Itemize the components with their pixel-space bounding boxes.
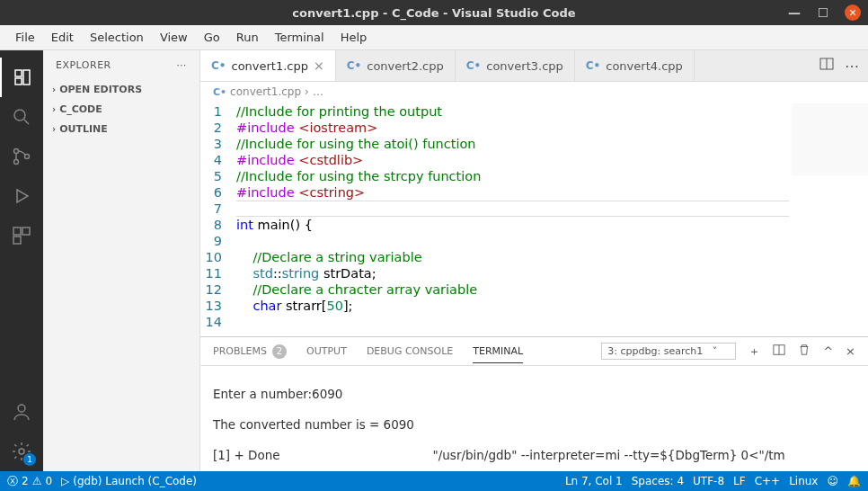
cpp-icon: C• [211,59,226,72]
maximize-button[interactable]: ☐ [816,5,830,20]
line-numbers: 1234567891011121314 [200,102,236,336]
problems-badge: 2 [272,344,287,359]
menu-edit[interactable]: Edit [43,31,82,44]
panel: PROBLEMS2 OUTPUT DEBUG CONSOLE TERMINAL … [200,336,868,471]
extensions-icon[interactable] [0,216,43,255]
cpp-icon: C• [213,86,226,98]
menubar: File Edit Selection View Go Run Terminal… [0,25,868,50]
minimize-button[interactable]: — [787,5,802,20]
menu-selection[interactable]: Selection [82,31,152,44]
svg-point-1 [14,149,19,154]
maximize-panel-icon[interactable]: ^ [823,344,833,358]
sidebar-more-icon[interactable]: ⋯ [177,59,188,71]
panel-actions: 3: cppdbg: search1 ˅ ＋ ^ × [601,343,855,360]
window-controls: — ☐ ✕ [787,4,861,21]
terminal-select[interactable]: 3: cppdbg: search1 ˅ [601,343,736,360]
search-icon[interactable] [0,97,43,137]
code-line[interactable]: //Declare a chracter array variable [236,281,868,298]
close-button[interactable]: ✕ [845,4,861,21]
sidebar-open-editors[interactable]: ›OPEN EDITORS [43,79,199,99]
status-bar: ⓧ2 ⚠0 ▷(gdb) Launch (C_Code) Ln 7, Col 1… [0,471,868,491]
run-debug-icon[interactable] [0,176,43,216]
editor-actions: ⋯ [810,50,868,81]
chevron-right-icon: › [52,124,56,134]
chevron-right-icon: › [305,85,309,98]
panel-tabs: PROBLEMS2 OUTPUT DEBUG CONSOLE TERMINAL … [200,337,868,366]
tab-output[interactable]: OUTPUT [306,345,347,357]
code-line[interactable]: //Include for using the strcpy function [236,168,868,184]
svg-point-3 [25,155,30,159]
sidebar: EXPLORER ⋯ ›OPEN EDITORS ›C_CODE ›OUTLIN… [43,50,200,471]
sidebar-outline[interactable]: ›OUTLINE [43,119,199,138]
editor-group: C• convert1.cpp × C•convert2.cpp C•conve… [200,50,868,471]
tab-convert1[interactable]: C• convert1.cpp × [200,50,336,81]
menu-terminal[interactable]: Terminal [267,31,332,44]
split-editor-icon[interactable] [819,57,834,75]
activity-bar: 1 [0,50,43,471]
menu-help[interactable]: Help [332,31,376,44]
code-line[interactable]: #include <iostream> [236,120,868,136]
status-encoding[interactable]: UTF-8 [693,475,724,487]
more-icon[interactable]: ⋯ [845,58,859,75]
status-eol[interactable]: LF [733,475,746,487]
tab-terminal[interactable]: TERMINAL [473,345,523,363]
tab-convert3[interactable]: C•convert3.cpp [456,50,575,81]
code-line[interactable]: //Include for printing the output [236,103,868,120]
status-spaces[interactable]: Spaces: 4 [632,475,684,487]
status-language[interactable]: C++ [755,475,781,487]
explorer-icon[interactable] [0,58,43,97]
sidebar-title: EXPLORER ⋯ [43,50,199,79]
svg-rect-6 [13,237,21,244]
terminal-output[interactable]: Enter a number:6090 The converted number… [200,366,868,471]
menu-run[interactable]: Run [228,31,267,44]
settings-badge: 1 [23,453,36,466]
menu-view[interactable]: View [152,31,196,44]
cpp-icon: C• [347,59,361,72]
code-line[interactable] [236,314,868,330]
code-line[interactable]: #include <cstring> [236,184,868,201]
svg-point-0 [14,110,25,121]
code-line[interactable]: char strarr[50]; [236,298,868,314]
tab-problems[interactable]: PROBLEMS2 [213,344,287,359]
svg-point-2 [14,160,19,165]
breadcrumb[interactable]: C• convert1.cpp › … [200,82,868,102]
source-control-icon[interactable] [0,137,43,176]
code-line[interactable]: std::string strData; [236,265,868,281]
settings-icon[interactable]: 1 [0,432,43,471]
menu-file[interactable]: File [7,31,43,44]
code-line[interactable]: //Declare a string variable [236,249,868,265]
error-icon: ⓧ [7,474,18,489]
split-terminal-icon[interactable] [773,344,785,359]
svg-rect-5 [22,228,30,235]
tab-debug-console[interactable]: DEBUG CONSOLE [367,345,453,357]
tab-bar: C• convert1.cpp × C•convert2.cpp C•conve… [200,50,868,82]
menu-go[interactable]: Go [196,31,228,44]
code-line[interactable]: //Include for using the atoi() function [236,136,868,152]
svg-point-7 [18,405,25,412]
code-line[interactable]: int main() { [236,217,868,233]
feedback-icon[interactable]: ☺ [827,475,838,487]
notifications-icon[interactable]: 🔔 [847,475,861,487]
code-line[interactable]: #include <cstdlib> [236,152,868,168]
status-cursor[interactable]: Ln 7, Col 1 [565,475,623,487]
code-line[interactable] [236,233,868,249]
debug-icon: ▷ [61,475,69,487]
tab-convert4[interactable]: C•convert4.cpp [575,50,695,81]
accounts-icon[interactable] [0,392,43,432]
code-editor[interactable]: 1234567891011121314 //Include for printi… [200,102,868,336]
close-panel-icon[interactable]: × [846,344,855,358]
status-errors[interactable]: ⓧ2 ⚠0 [7,474,52,489]
status-launch[interactable]: ▷(gdb) Launch (C_Code) [61,475,197,487]
trash-icon[interactable] [798,344,810,359]
chevron-right-icon: › [52,85,56,94]
window-title: convert1.cpp - C_Code - Visual Studio Co… [292,6,575,20]
close-icon[interactable]: × [314,58,324,73]
status-os[interactable]: Linux [789,475,818,487]
warning-icon: ⚠ [32,475,42,487]
minimap[interactable] [792,103,868,175]
code-content[interactable]: //Include for printing the output#includ… [236,102,868,336]
titlebar: convert1.cpp - C_Code - Visual Studio Co… [0,0,868,25]
new-terminal-icon[interactable]: ＋ [748,344,760,360]
tab-convert2[interactable]: C•convert2.cpp [336,50,456,81]
sidebar-folder[interactable]: ›C_CODE [43,99,199,119]
